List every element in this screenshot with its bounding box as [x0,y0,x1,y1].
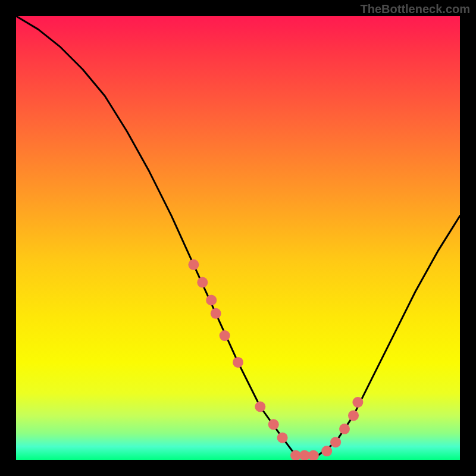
svg-point-11 [308,450,319,461]
svg-point-5 [233,357,243,368]
svg-point-0 [188,259,199,270]
bottleneck-curve [16,16,460,456]
chart-container: TheBottleneck.com [0,0,476,476]
svg-point-13 [330,437,341,447]
svg-point-4 [220,330,230,341]
plot-area [16,16,460,460]
svg-point-3 [211,308,221,319]
watermark-text: TheBottleneck.com [361,2,470,16]
svg-point-2 [206,295,217,305]
svg-point-12 [321,446,332,456]
svg-point-7 [268,419,279,430]
svg-point-16 [352,397,363,408]
svg-point-6 [255,402,265,412]
svg-point-14 [339,424,350,434]
svg-point-15 [348,410,359,421]
curve-svg [16,16,460,460]
svg-point-8 [277,433,288,443]
svg-point-1 [197,277,208,288]
